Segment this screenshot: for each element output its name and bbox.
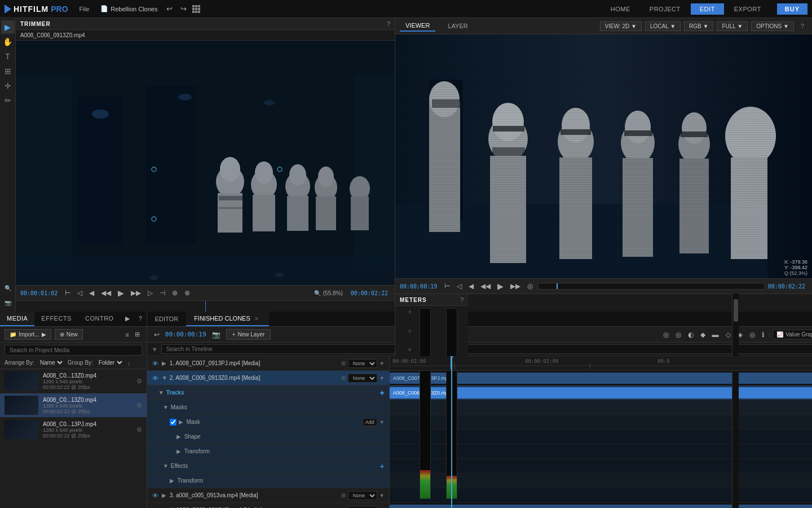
track-expand-masks[interactable]: ▼ xyxy=(163,404,169,410)
track-eye-2[interactable]: 👁 xyxy=(152,375,160,382)
new-layer-button[interactable]: + New Layer xyxy=(226,329,271,340)
viewer-local-control[interactable]: LOCAL ▼ xyxy=(645,21,681,31)
track-eye-3[interactable]: 👁 xyxy=(152,492,160,499)
add-track-button[interactable]: + xyxy=(380,388,385,397)
track-expand-mask[interactable]: ▶ xyxy=(179,419,184,425)
transform-tool[interactable]: ✛ xyxy=(1,79,15,93)
trim-play-forward[interactable]: ▶▶ xyxy=(129,288,143,297)
list-item[interactable]: A008_C0...13Z0.mp4 1280 x 540 pixels 00:… xyxy=(0,393,147,418)
viewer-rgb-control[interactable]: RGB ▼ xyxy=(684,21,713,31)
trim-play[interactable]: ▶ xyxy=(116,288,126,298)
new-media-button[interactable]: ⊕ New xyxy=(55,329,83,340)
media-settings-icon[interactable]: ⚙ xyxy=(136,402,142,409)
tab-home[interactable]: HOME xyxy=(602,3,639,15)
trim-end-btn[interactable]: ⊣ xyxy=(158,288,167,297)
scrollbar-thumb[interactable] xyxy=(734,299,738,322)
tab-finished-clones[interactable]: FINISHED CLONES ✕ xyxy=(186,312,269,326)
tab-viewer[interactable]: VIEWER xyxy=(400,20,435,32)
text-tool[interactable]: T xyxy=(1,50,15,63)
sort-icon[interactable]: ↕ xyxy=(127,360,131,366)
track-expand-3[interactable]: ▶ xyxy=(162,492,167,498)
track-expand-2[interactable]: ▼ xyxy=(162,375,167,381)
tab-media[interactable]: MEDIA xyxy=(0,312,34,326)
zoom-icon[interactable]: 🔍 xyxy=(314,290,321,296)
viewer-mark-out[interactable]: ◎ xyxy=(526,282,535,291)
viewer-header: VIEWER LAYER VIEW: 2D ▼ LOCAL ▼ RGB ▼ FU… xyxy=(395,18,812,34)
tab-export[interactable]: EXPORT xyxy=(725,3,770,15)
quad-tool[interactable]: ⊞ xyxy=(1,64,15,78)
pen-tool[interactable]: ✏ xyxy=(1,94,15,107)
track-expand-transform1[interactable]: ▶ xyxy=(176,448,182,454)
viewer-help-icon[interactable]: ? xyxy=(797,21,807,30)
select-tool[interactable]: ▶ xyxy=(1,20,15,34)
import-button[interactable]: 📁 Import... ▶ xyxy=(5,329,51,340)
media-settings-icon[interactable]: ⚙ xyxy=(136,378,142,385)
media-help-icon[interactable]: ? xyxy=(134,312,147,326)
track-expand-effects[interactable]: ▼ xyxy=(163,463,169,469)
tab-project[interactable]: PROJECT xyxy=(641,3,690,15)
timeline-camera-icon[interactable]: 📷 xyxy=(210,330,223,339)
viewer-options-control[interactable]: OPTIONS ▼ xyxy=(751,21,794,31)
file-menu[interactable]: File xyxy=(75,5,94,14)
trim-mark-out[interactable]: ▷ xyxy=(146,288,155,297)
media-item-name: A008_C0...13Z0.mp4 xyxy=(43,373,132,379)
list-item[interactable]: A008_C0...13PJ.mp4 1280 x 540 pixels 00:… xyxy=(0,418,147,442)
viewer-play-reverse[interactable]: ◀◀ xyxy=(479,282,492,291)
grid-icon[interactable] xyxy=(192,5,200,13)
trim-overwrite[interactable]: ⊗ xyxy=(183,288,192,297)
redo-button[interactable]: ↪ xyxy=(178,3,189,14)
viewer-prev-frame[interactable]: ◀ xyxy=(467,282,475,291)
trim-prev-frame[interactable]: ◀ xyxy=(87,288,96,297)
tab-layer[interactable]: LAYER xyxy=(442,21,473,31)
track-expand-shape[interactable]: ▶ xyxy=(176,433,182,440)
trim-insert[interactable]: ⊕ xyxy=(170,288,179,297)
timeline-back-button[interactable]: ↩ xyxy=(152,330,162,339)
media-settings-icon[interactable]: ⚙ xyxy=(136,426,142,433)
undo-button[interactable]: ↩ xyxy=(164,3,175,14)
viewer-view-control[interactable]: VIEW: 2D ▼ xyxy=(600,21,642,31)
grid-view-button[interactable]: ⊞ xyxy=(133,330,142,339)
viewer-play-forward[interactable]: ▶▶ xyxy=(509,282,522,291)
tab-edit[interactable]: EDIT xyxy=(691,3,724,15)
viewer-mark-in[interactable]: ◁ xyxy=(455,282,464,291)
track-blend-1[interactable]: None xyxy=(348,359,377,368)
trim-mark-in[interactable]: ◁ xyxy=(76,288,84,297)
meters-help-icon[interactable]: ? xyxy=(460,296,464,303)
media-tab-more[interactable]: ▶ xyxy=(121,312,134,326)
tab-editor[interactable]: EDITOR xyxy=(147,312,186,326)
media-item-meta1: 1280 x 540 pixels xyxy=(43,379,132,384)
add-effect-button[interactable]: + xyxy=(380,462,385,471)
track-blend-4[interactable]: None xyxy=(348,506,377,509)
list-view-button[interactable]: ≡ xyxy=(123,330,131,339)
mask-checkbox[interactable] xyxy=(170,419,176,426)
new-plus-icon: ⊕ xyxy=(60,331,64,338)
viewer-full-control[interactable]: FULL ▼ xyxy=(717,21,748,31)
track-expand-tracks[interactable]: ▼ xyxy=(158,389,164,396)
trimmer-help-icon[interactable]: ? xyxy=(387,20,390,27)
timeline-scrollbar[interactable] xyxy=(732,294,739,508)
track-blend-3[interactable]: None xyxy=(348,491,377,500)
track-expand-1[interactable]: ▶ xyxy=(162,360,167,366)
tab-close-icon[interactable]: ✕ xyxy=(252,316,261,322)
trim-start-btn[interactable]: ⊢ xyxy=(63,288,72,297)
arrange-by-select[interactable]: Name xyxy=(38,359,64,366)
viewer-timeline-bar[interactable] xyxy=(538,283,765,290)
hand-tool[interactable]: ✋ xyxy=(1,35,15,49)
track-expand-transform2[interactable]: ▶ xyxy=(170,478,175,484)
mask-add-button[interactable]: Add xyxy=(363,418,377,426)
track-eye-1[interactable]: 👁 xyxy=(152,360,160,367)
viewer-play[interactable]: ▶ xyxy=(496,281,505,291)
camera-tool[interactable]: 📷 xyxy=(1,296,15,309)
list-item[interactable]: A008_C0...13Z0.mp4 1280 x 540 pixels 00:… xyxy=(0,369,147,393)
buy-button[interactable]: BUY xyxy=(777,3,807,15)
track-blend-2[interactable]: None xyxy=(348,374,377,383)
media-search-input[interactable] xyxy=(5,345,142,356)
tab-effects[interactable]: EFFECTS xyxy=(34,312,78,326)
group-by-select[interactable]: Folder xyxy=(96,359,124,366)
viewer-playbar: 00:00:00:19 ⊢ ◁ ◀ ◀◀ ▶ ▶▶ ◎ 00:00:02:22 xyxy=(395,278,812,294)
tab-controls[interactable]: CONTRO xyxy=(78,312,121,326)
trim-play-reverse[interactable]: ◀◀ xyxy=(99,288,113,297)
viewer-trim-start[interactable]: ⊢ xyxy=(443,282,452,291)
zoom-fit-button[interactable]: 🔍 xyxy=(1,281,15,295)
trimmer-timeline[interactable] xyxy=(16,300,395,312)
